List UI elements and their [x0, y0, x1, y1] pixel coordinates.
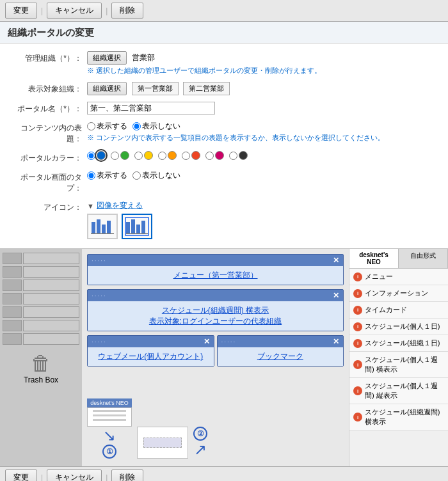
trash-icon: 🗑 — [31, 352, 51, 375]
admin-org-selected: 営業部 — [132, 52, 155, 63]
left-mini-line-6 — [23, 320, 79, 331]
contents-title-hide-radio[interactable]: 表示しない — [132, 121, 180, 132]
screen-show-label: 表示する — [97, 170, 127, 181]
display-org-select-button[interactable]: 組織選択 — [87, 82, 127, 95]
right-item-label-6: スケジュール(個人１週間) 縦表示 — [365, 381, 444, 400]
left-mini-line-3 — [23, 280, 79, 291]
top-cancel-button[interactable]: キャンセル — [47, 3, 102, 19]
left-block-4 — [3, 293, 79, 304]
portal-color-value — [87, 151, 438, 160]
color-dot-blue[interactable] — [97, 151, 106, 160]
portal-block-3-right-close[interactable]: ✕ — [333, 337, 339, 346]
contents-title-row: コンテンツ内の表題： 表示する 表示しない ※ コンテンツ内で表示する一覧項目の… — [10, 120, 438, 146]
color-dot-red[interactable] — [191, 151, 200, 160]
right-item-1[interactable]: i インフォメーション — [349, 285, 448, 302]
color-dot-yellow[interactable] — [144, 151, 153, 160]
tutorial-mini-1-header: desknet's NEO — [87, 398, 132, 407]
screen-hide-radio[interactable]: 表示しない — [132, 170, 180, 181]
bottom-cancel-button[interactable]: キャンセル — [47, 469, 102, 481]
svg-rect-3 — [107, 221, 111, 233]
bottom-change-button[interactable]: 変更 — [5, 469, 37, 481]
color-radio-4[interactable] — [182, 151, 200, 160]
top-toolbar: 変更 | キャンセル | 削除 — [0, 0, 448, 22]
screen-show-radio[interactable]: 表示する — [87, 170, 127, 181]
color-radio-3[interactable] — [158, 151, 177, 160]
color-dot-orange[interactable] — [168, 151, 177, 160]
arrow-up-icon: ↗ — [194, 441, 207, 459]
left-mini-box-2 — [3, 266, 22, 278]
left-mini-box-4 — [3, 293, 22, 304]
tutorial-drop-placeholder — [143, 438, 182, 448]
bottom-delete-button[interactable]: 削除 — [111, 469, 143, 481]
portal-block-3-left-header: ····· ✕ — [88, 336, 214, 347]
color-radio-0[interactable] — [87, 151, 106, 160]
admin-org-label: 管理組織（*）： — [10, 51, 87, 64]
left-mini-box-5 — [3, 306, 22, 318]
portal-block-3-right-header: ····· ✕ — [218, 336, 344, 347]
left-mini-line-4 — [23, 293, 79, 304]
right-item-7[interactable]: i スケジュール(組織週間) 横表示 — [349, 404, 448, 430]
portal-block-2-close[interactable]: ✕ — [333, 291, 339, 300]
left-block-5 — [3, 306, 79, 318]
color-radio-1[interactable] — [111, 151, 129, 160]
tutorial-wrapper: desknet's NEO ↙ ① — [87, 370, 344, 461]
left-block-2 — [3, 266, 79, 278]
right-item-6[interactable]: i スケジュール(個人１週間) 縦表示 — [349, 378, 448, 404]
page-title: 組織ポータルの変更 — [0, 22, 448, 43]
portal-block-3-left[interactable]: ····· ✕ ウェブメール(個人アカウント) — [87, 335, 214, 367]
color-radio-2[interactable] — [134, 151, 153, 160]
color-radio-5[interactable] — [205, 151, 224, 160]
portal-block-1-body: メニュー（第一営業部） — [88, 266, 343, 285]
left-mini-box-3 — [3, 280, 22, 291]
portal-block-1-link[interactable]: メニュー（第一営業部） — [173, 271, 258, 280]
right-tab-desknets-neo[interactable]: desknet's NEO — [349, 249, 399, 268]
portal-block-3-left-link[interactable]: ウェブメール(個人アカウント) — [98, 352, 203, 361]
portal-screen-type-label: ポータル画面のタプ： — [10, 170, 87, 194]
portal-block-2-link1[interactable]: スケジュール(組織週間) 横表示 — [162, 306, 269, 315]
right-item-0[interactable]: i メニュー — [349, 269, 448, 285]
left-mini-line-2 — [23, 266, 79, 278]
contents-title-show-radio[interactable]: 表示する — [87, 121, 127, 132]
color-dot-pink[interactable] — [215, 151, 224, 160]
right-item-icon-3: i — [353, 322, 362, 331]
right-item-2[interactable]: i タイムカード — [349, 302, 448, 319]
tutorial-mini-1-body — [87, 407, 132, 427]
left-panel: 🗑 Trash Box — [0, 249, 82, 466]
portal-block-1[interactable]: ····· ✕ メニュー（第一営業部） — [87, 254, 344, 285]
color-radio-6[interactable] — [229, 151, 248, 160]
icon-change-link[interactable]: 図像を変える — [97, 200, 143, 211]
admin-org-row: 管理組織（*）： 組織選択 営業部 ※ 選択した組織の管理ユーザーで組織ポータル… — [10, 50, 438, 77]
icon-arrow: ▼ — [87, 202, 94, 210]
portal-name-input[interactable] — [87, 102, 215, 114]
tutorial-drop-area — [137, 427, 188, 459]
portal-block-3-left-body: ウェブメール(個人アカウント) — [88, 347, 214, 366]
icon-thumb-1[interactable] — [87, 214, 118, 239]
left-mini-line-5 — [23, 306, 79, 318]
admin-org-select-button[interactable]: 組織選択 — [87, 51, 127, 65]
canvas-area: ····· ✕ メニュー（第一営業部） ····· ✕ スケジュール(組織週間)… — [82, 249, 349, 466]
portal-block-2-link2[interactable]: 表示対象:ログインユーザーの代表組織 — [149, 317, 282, 326]
color-dot-green[interactable] — [120, 151, 129, 160]
portal-block-3-right[interactable]: ····· ✕ ブックマーク — [217, 335, 344, 367]
portal-name-row: ポータル名（*）： — [10, 100, 438, 116]
left-block-3 — [3, 280, 79, 291]
top-delete-button[interactable]: 削除 — [111, 3, 143, 19]
portal-block-1-close[interactable]: ✕ — [333, 256, 339, 265]
icon-thumb-2[interactable] — [122, 214, 152, 239]
top-change-button[interactable]: 変更 — [5, 3, 37, 19]
tutorial-step-2-area: ② ↗ — [193, 427, 207, 459]
right-tab-free-form[interactable]: 自由形式 — [399, 249, 448, 268]
portal-block-1-header: ····· ✕ — [88, 255, 343, 266]
portal-block-2-body: スケジュール(組織週間) 横表示 表示対象:ログインユーザーの代表組織 — [88, 301, 343, 331]
color-dot-black[interactable] — [239, 151, 248, 160]
portal-block-3-right-link[interactable]: ブックマーク — [257, 352, 303, 361]
portal-block-2[interactable]: ····· ✕ スケジュール(組織週間) 横表示 表示対象:ログインユーザーの代… — [87, 289, 344, 331]
portal-block-3-left-close[interactable]: ✕ — [204, 337, 210, 346]
right-item-3[interactable]: i スケジュール(個人１日) — [349, 319, 448, 335]
display-org-row: 表示対象組織： 組織選択 第一営業部 第二営業部 — [10, 81, 438, 97]
portal-color-label: ポータルカラー： — [10, 151, 87, 164]
right-item-4[interactable]: i スケジュール(組織１日) — [349, 335, 448, 352]
left-mini-box-6 — [3, 320, 22, 331]
right-item-label-2: タイムカード — [365, 305, 407, 315]
right-item-5[interactable]: i スケジュール(個人１週間) 横表示 — [349, 352, 448, 378]
